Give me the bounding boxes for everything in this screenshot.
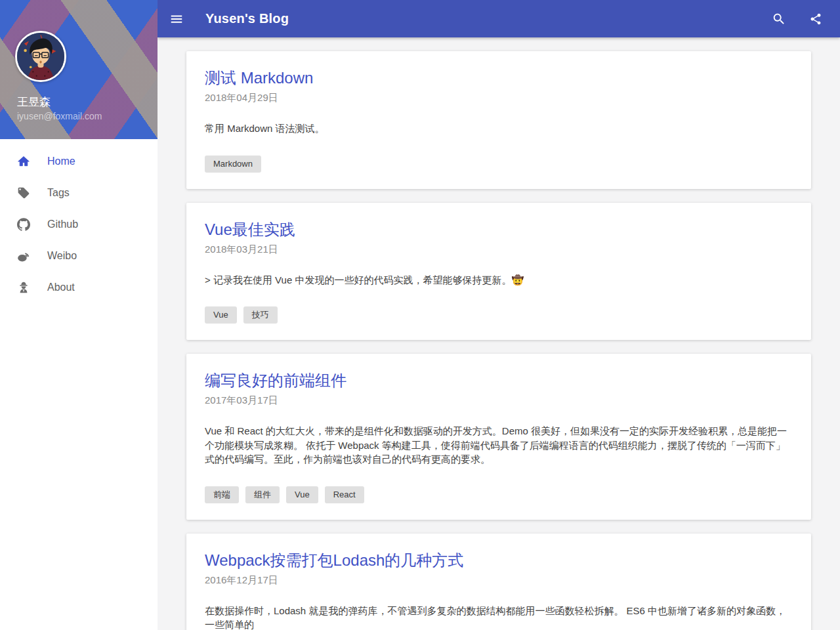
profile-header: 王昱森 iyusen@foxmail.com — [0, 0, 158, 139]
post-tags: 前端 组件 Vue React — [205, 486, 793, 503]
sidebar-item-label: Tags — [47, 187, 70, 199]
post-excerpt: 在数据操作时，Lodash 就是我的弹药库，不管遇到多复杂的数据结构都能用一些函… — [205, 604, 793, 630]
app-toolbar: Yusen's Blog — [158, 0, 840, 37]
post-title-link[interactable]: 测试 Markdown — [205, 68, 313, 88]
post-date: 2018年04月29日 — [205, 92, 793, 104]
post-card: 编写良好的前端组件 2017年03月17日 Vue 和 React 的大红大火，… — [186, 354, 811, 520]
app-title: Yusen's Blog — [205, 11, 289, 26]
menu-button[interactable] — [168, 10, 185, 28]
post-title-link[interactable]: 编写良好的前端组件 — [205, 371, 346, 390]
tag-chip[interactable]: Markdown — [205, 156, 261, 173]
blog-app: 王昱森 iyusen@foxmail.com Home Tags Gith — [0, 0, 840, 630]
sidebar-item-label: Github — [47, 219, 78, 230]
post-date: 2016年12月17日 — [205, 574, 793, 587]
search-button[interactable] — [770, 10, 788, 28]
toolbar-actions — [770, 10, 824, 28]
post-excerpt: Vue 和 React 的大红大火，带来的是组件化和数据驱动的开发方式。Demo… — [205, 424, 793, 467]
search-icon — [772, 12, 786, 26]
github-icon — [17, 218, 30, 231]
sidebar-item-github[interactable]: Github — [0, 209, 158, 240]
sidebar: 王昱森 iyusen@foxmail.com Home Tags Gith — [0, 0, 158, 630]
sidebar-item-weibo[interactable]: Weibo — [0, 240, 158, 272]
sidebar-item-tags[interactable]: Tags — [0, 177, 158, 209]
tag-icon — [17, 186, 30, 200]
post-list: 测试 Markdown 2018年04月29日 常用 Markdown 语法测试… — [158, 37, 840, 630]
post-title-link[interactable]: Vue最佳实践 — [205, 220, 295, 240]
cartoon-avatar-icon — [17, 33, 64, 80]
post-excerpt: > 记录我在使用 Vue 中发现的一些好的代码实践，希望能够保持更新。🤠 — [205, 273, 793, 287]
share-button[interactable] — [807, 10, 824, 28]
post-card: Webpack按需打包Lodash的几种方式 2016年12月17日 在数据操作… — [186, 534, 811, 630]
tag-chip[interactable]: React — [325, 486, 364, 503]
tag-chip[interactable]: Vue — [205, 306, 237, 324]
profile-email: iyusen@foxmail.com — [17, 111, 102, 121]
tag-chip[interactable]: Vue — [286, 486, 318, 503]
sidebar-item-about[interactable]: About — [0, 272, 158, 303]
post-card: Vue最佳实践 2018年03月21日 > 记录我在使用 Vue 中发现的一些好… — [186, 203, 811, 341]
post-card: 测试 Markdown 2018年04月29日 常用 Markdown 语法测试… — [186, 51, 811, 189]
home-icon — [17, 155, 30, 168]
tag-chip[interactable]: 技巧 — [243, 306, 278, 324]
profile-name: 王昱森 — [17, 94, 51, 110]
sidebar-item-label: About — [47, 282, 75, 293]
tag-chip[interactable]: 组件 — [245, 486, 280, 503]
post-excerpt: 常用 Markdown 语法测试。 — [205, 121, 793, 136]
user-secret-icon — [17, 281, 30, 294]
weibo-icon — [17, 249, 30, 262]
post-date: 2017年03月17日 — [205, 394, 793, 407]
sidebar-item-label: Weibo — [47, 250, 77, 262]
post-title-link[interactable]: Webpack按需打包Lodash的几种方式 — [205, 551, 463, 570]
tag-chip[interactable]: 前端 — [205, 486, 239, 503]
avatar[interactable] — [15, 31, 66, 82]
hamburger-icon — [169, 12, 184, 26]
sidebar-item-label: Home — [47, 156, 75, 167]
sidebar-menu: Home Tags Github — [0, 139, 158, 303]
post-date: 2018年03月21日 — [205, 243, 793, 256]
sidebar-item-home[interactable]: Home — [0, 146, 158, 177]
share-icon — [809, 12, 822, 26]
post-tags: Vue 技巧 — [205, 306, 793, 324]
post-tags: Markdown — [205, 156, 793, 173]
